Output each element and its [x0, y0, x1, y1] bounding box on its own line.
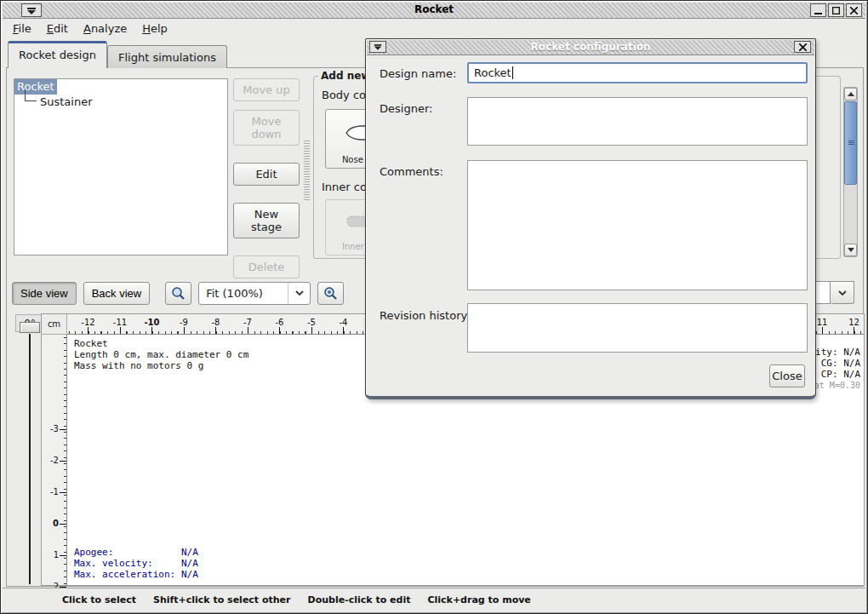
comments-textarea[interactable]: [467, 160, 808, 290]
rotation-slider-handle[interactable]: [20, 322, 40, 333]
tree-item-sustainer[interactable]: Sustainer: [14, 95, 227, 110]
new-stage-button[interactable]: New stage: [233, 203, 300, 238]
scroll-up-button[interactable]: [844, 88, 857, 100]
scroll-down-button[interactable]: [844, 244, 857, 256]
menu-item-file[interactable]: File: [6, 20, 38, 37]
tree-item-rocket[interactable]: Rocket: [14, 79, 227, 95]
design-name-input[interactable]: Rocket: [467, 62, 808, 83]
tree-actions: Move up Move down Edit New stage Delete: [233, 78, 300, 287]
status-hint: Click+drag to move: [427, 594, 530, 605]
flight-info-text: Apogee:N/AMax. velocity:N/AMax. accelera…: [74, 547, 198, 580]
magnifier-plus-icon: [323, 286, 338, 301]
maximize-button[interactable]: [828, 3, 844, 17]
design-name-label: Design name:: [380, 67, 456, 80]
minimize-button[interactable]: [810, 3, 826, 17]
scroll-thumb[interactable]: [844, 101, 857, 185]
comments-label: Comments:: [380, 165, 443, 178]
window-titlebar[interactable]: Rocket: [3, 3, 865, 19]
dialog-title: Rocket configuration: [367, 41, 814, 53]
window-title: Rocket: [3, 3, 865, 15]
tab-row: Rocket design Flight simulations: [8, 40, 227, 68]
dialog-close-button[interactable]: Close: [769, 364, 805, 387]
designer-textarea[interactable]: [467, 97, 808, 146]
component-scrollbar[interactable]: [843, 87, 858, 257]
back-view-button[interactable]: Back view: [83, 282, 151, 305]
revision-history-label: Revision history:: [380, 309, 471, 322]
status-hint: Double-click to edit: [308, 594, 411, 605]
tree-connector: [25, 89, 37, 101]
side-view-button[interactable]: Side view: [12, 282, 77, 305]
zoom-level-combobox[interactable]: Fit (100%): [198, 282, 311, 305]
delete-button[interactable]: Delete: [233, 255, 300, 278]
rotation-slider-track[interactable]: [29, 334, 31, 584]
close-button[interactable]: [846, 3, 862, 17]
main-window: Rocket FileEditAnalyzeHelp Rocket design…: [0, 0, 868, 614]
menu-item-analyze[interactable]: Analyze: [77, 20, 134, 37]
menu-item-help[interactable]: Help: [135, 20, 174, 37]
status-bar: Click to selectShift+click to select oth…: [3, 588, 865, 611]
vertical-ruler: -3-2-101234: [42, 335, 67, 585]
component-tree[interactable]: Rocket Sustainer: [14, 78, 228, 255]
ruler-unit-label: cm: [42, 314, 67, 335]
rocket-configuration-dialog: Rocket configuration Design name: Rocket…: [365, 38, 816, 399]
text-caret: [512, 66, 513, 79]
zoom-out-button[interactable]: [165, 282, 191, 305]
rocket-info-text: RocketLength 0 cm, max. diameter 0 cmMas…: [74, 338, 248, 371]
chevron-down-icon: [288, 283, 310, 304]
status-hint: Click to select: [62, 594, 136, 605]
dialog-titlebar[interactable]: Rocket configuration: [367, 40, 814, 55]
status-hint: Shift+click to select other: [153, 594, 291, 605]
zoom-in-button[interactable]: [317, 282, 344, 305]
magnifier-icon: [171, 286, 186, 301]
menu-item-edit[interactable]: Edit: [40, 20, 75, 37]
move-down-button[interactable]: Move down: [233, 110, 300, 146]
tab-flight-simulations[interactable]: Flight simulations: [107, 45, 227, 68]
edit-button[interactable]: Edit: [233, 163, 300, 186]
revision-history-textarea[interactable]: [467, 303, 808, 353]
panel-splitter[interactable]: [304, 141, 310, 200]
tab-rocket-design[interactable]: Rocket design: [8, 41, 107, 68]
chevron-down-icon: [831, 281, 854, 304]
move-up-button[interactable]: Move up: [233, 78, 300, 101]
dialog-close-icon[interactable]: [794, 41, 811, 53]
designer-label: Designer:: [380, 102, 432, 115]
menubar: FileEditAnalyzeHelp: [3, 20, 865, 37]
